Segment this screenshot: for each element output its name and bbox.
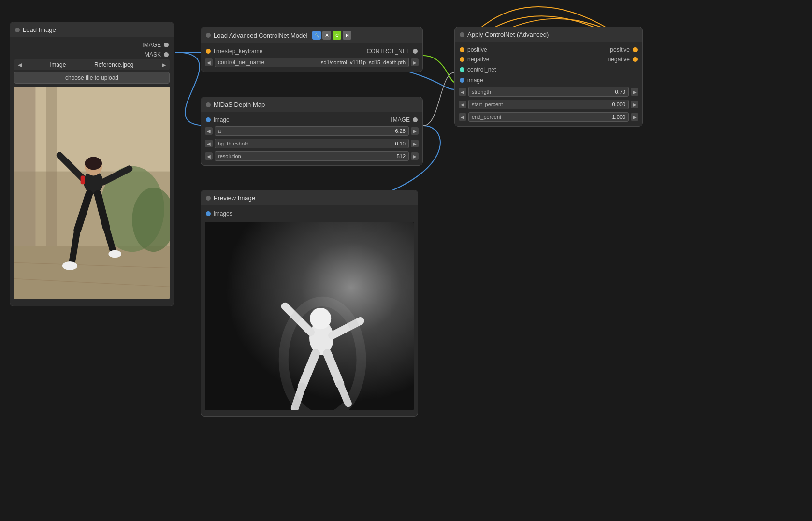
control-net-output-socket[interactable] (413, 49, 418, 54)
resolution-row: ◀ resolution 512 ▶ (201, 150, 422, 162)
title-badges: 🔧 A C N (312, 31, 351, 40)
start-prev-btn[interactable]: ◀ (459, 101, 466, 108)
control-net-name-dropdown[interactable]: control_net_name sd1/control_v11f1p_sd15… (215, 58, 409, 67)
load-image-header: Load Image (10, 22, 174, 37)
svg-rect-20 (81, 175, 85, 184)
timestep-left: timestep_keyframe (206, 48, 262, 55)
a-next-btn[interactable]: ▶ (411, 127, 419, 135)
positive-output-label: positive (610, 46, 630, 53)
positive-output-socket[interactable] (633, 47, 638, 52)
load-image-body: IMAGE MASK ◀ image Reference.jpeg ▶ choo… (10, 37, 174, 306)
dropdown-value: sd1/control_v11f1p_sd15_depth.pth (321, 59, 406, 65)
res-value: 512 (397, 153, 406, 159)
node-title: MiDaS Depth Map (214, 101, 265, 108)
dropdown-label: control_net_name (218, 59, 264, 66)
res-slider[interactable]: resolution 512 (215, 151, 409, 161)
end-next-btn[interactable]: ▶ (631, 113, 638, 121)
end-percent-row: ◀ end_percent 1.000 ▶ (455, 111, 642, 123)
positive-output-group: positive (610, 46, 638, 53)
mask-output-socket[interactable] (164, 52, 169, 57)
bg-next-btn[interactable]: ▶ (411, 140, 419, 147)
negative-output-socket[interactable] (633, 57, 638, 62)
positive-input-socket[interactable] (460, 47, 464, 52)
bg-label: bg_threshold (218, 141, 249, 146)
svg-point-26 (310, 308, 331, 329)
preview-header: Preview Image (201, 190, 418, 205)
positive-input-group: positive (460, 46, 487, 53)
negative-output-label: negative (608, 56, 630, 63)
control-net-output-label: CONTROL_NET (367, 48, 410, 55)
image-prev-btn[interactable]: ◀ (18, 62, 22, 68)
mask-output-row: MASK (10, 50, 174, 59)
image-output-label: IMAGE (142, 42, 161, 48)
prev-btn[interactable]: ◀ (205, 58, 213, 66)
svg-point-19 (108, 250, 121, 258)
control-net-input-label: control_net (467, 66, 496, 73)
strength-label: strength (472, 89, 491, 95)
image-input-group: image (206, 116, 230, 123)
a-prev-btn[interactable]: ◀ (205, 127, 213, 135)
timestep-input-socket[interactable] (206, 49, 211, 54)
node-title: Load Image (23, 26, 56, 33)
bg-threshold-row: ◀ bg_threshold 0.10 ▶ (201, 137, 422, 150)
images-label: images (214, 210, 232, 217)
image-navigator: ◀ image Reference.jpeg ▶ (14, 59, 170, 70)
a-value: 6.28 (395, 128, 406, 134)
image-input-group: image (460, 77, 483, 84)
negative-input-socket[interactable] (460, 57, 464, 62)
images-input-socket[interactable] (206, 211, 211, 216)
node-title: Preview Image (214, 194, 255, 202)
end-prev-btn[interactable]: ◀ (459, 113, 466, 121)
strength-prev-btn[interactable]: ◀ (459, 88, 466, 96)
node-status-dot (206, 102, 211, 107)
start-percent-slider[interactable]: start_percent 0.000 (468, 100, 629, 109)
node-title: Apply ControlNet (Advanced) (467, 31, 549, 38)
depth-map-image (205, 222, 414, 410)
a-slider[interactable]: a 6.28 (215, 126, 409, 136)
svg-rect-4 (14, 246, 170, 299)
bg-slider[interactable]: bg_threshold 0.10 (215, 139, 409, 148)
midas-body: image IMAGE ◀ a 6.28 ▶ ◀ bg_threshold 0.… (201, 112, 422, 165)
res-label: resolution (218, 153, 241, 159)
svg-point-18 (62, 261, 77, 270)
controlnet-right: CONTROL_NET (367, 48, 418, 55)
negative-input-label: negative (467, 56, 489, 63)
image-input-socket[interactable] (206, 117, 211, 122)
res-next-btn[interactable]: ▶ (411, 152, 419, 160)
field-a-row: ◀ a 6.28 ▶ (201, 125, 422, 137)
image-output-socket[interactable] (413, 117, 418, 122)
image-next-btn[interactable]: ▶ (162, 62, 166, 68)
preview-body: images (201, 205, 418, 416)
control-net-row: control_net (455, 64, 642, 75)
end-percent-slider[interactable]: end_percent 1.000 (468, 112, 629, 122)
end-percent-value: 1.000 (612, 114, 625, 120)
preview-image-node: Preview Image images (201, 190, 418, 417)
strength-slider[interactable]: strength 0.70 (468, 87, 629, 97)
image-input-label: image (467, 77, 483, 84)
badge-a: A (322, 31, 331, 40)
mask-output-label: MASK (145, 51, 161, 58)
timestep-label: timestep_keyframe (214, 48, 262, 55)
apply-controlnet-header: Apply ControlNet (Advanced) (455, 27, 642, 42)
start-next-btn[interactable]: ▶ (631, 101, 638, 108)
badge-c: C (333, 31, 341, 40)
strength-row: ◀ strength 0.70 ▶ (455, 86, 642, 98)
control-net-input-socket[interactable] (460, 67, 464, 72)
res-prev-btn[interactable]: ◀ (205, 152, 213, 160)
strength-value: 0.70 (615, 89, 625, 95)
midas-node: MiDaS Depth Map image IMAGE ◀ a 6.28 ▶ ◀ (201, 97, 423, 166)
image-output-socket[interactable] (164, 43, 169, 47)
upload-button[interactable]: choose file to upload (14, 72, 170, 84)
image-output-label: IMAGE (391, 116, 410, 123)
image-filename: Reference.jpeg (94, 61, 133, 68)
next-btn[interactable]: ▶ (411, 58, 419, 66)
apply-controlnet-body: positive positive negative negative cont… (455, 42, 642, 126)
start-percent-row: ◀ start_percent 0.000 ▶ (455, 98, 642, 111)
start-percent-value: 0.000 (612, 101, 625, 107)
negative-output-group: negative (608, 56, 638, 63)
badge-n: N (343, 31, 351, 40)
strength-next-btn[interactable]: ▶ (631, 88, 638, 96)
node-status-dot (15, 28, 20, 32)
image-input-socket[interactable] (460, 78, 464, 83)
bg-prev-btn[interactable]: ◀ (205, 140, 213, 147)
